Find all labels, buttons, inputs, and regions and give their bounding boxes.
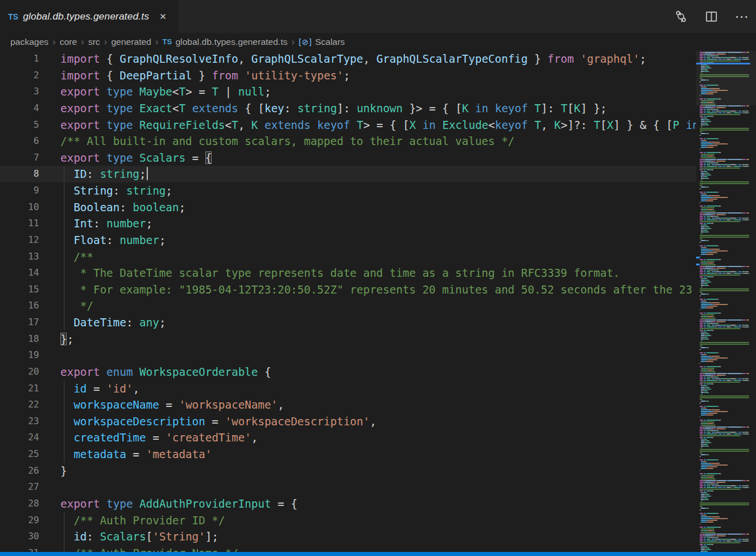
line-number: 13 (0, 249, 39, 265)
minimap-slider[interactable] (696, 51, 756, 105)
line-number: 24 (0, 429, 39, 446)
breadcrumb: packages›core›src›generated›TSglobal.db.… (0, 33, 756, 51)
line-number: 8 (0, 166, 39, 182)
code-line[interactable]: 4export type Exact<T extends { [key: str… (0, 100, 756, 117)
code-line[interactable]: 12 Float: number; (0, 232, 756, 249)
code-lines: 1import { GraphQLResolveInfo, GraphQLSca… (0, 51, 756, 552)
line-number: 25 (0, 446, 39, 463)
status-bar (0, 552, 756, 556)
code-line[interactable]: 18}; (0, 331, 756, 348)
breadcrumb-separator: › (292, 37, 295, 47)
open-changes-icon[interactable] (673, 9, 688, 24)
line-number: 5 (0, 117, 39, 134)
line-number: 21 (0, 380, 39, 397)
code-line[interactable]: 24 createdTime = 'createdTime', (0, 429, 756, 446)
line-number: 29 (0, 512, 39, 529)
breadcrumb-item-src[interactable]: src (88, 37, 100, 47)
line-number: 12 (0, 232, 39, 249)
breadcrumb-separator: › (52, 37, 55, 47)
tab-global-db-types-generated[interactable]: TS global.db.types.generated.ts ✕ (0, 0, 178, 33)
line-number: 1 (0, 51, 39, 67)
line-number: 16 (0, 298, 39, 314)
line-number: 15 (0, 281, 39, 298)
breadcrumb-separator: › (81, 37, 84, 47)
minimap[interactable] (696, 51, 756, 552)
code-line[interactable]: 16 */ (0, 298, 756, 314)
line-number: 2 (0, 67, 39, 84)
line-number: 28 (0, 496, 39, 512)
code-line[interactable]: 1import { GraphQLResolveInfo, GraphQLSca… (0, 51, 756, 67)
breadcrumb-item-scalars[interactable]: [⊘]Scalars (299, 37, 345, 47)
line-number: 17 (0, 314, 39, 331)
line-number: 30 (0, 528, 39, 545)
line-number: 10 (0, 199, 39, 216)
code-line[interactable]: 9 String: string; (0, 182, 756, 199)
code-line[interactable]: 30 id: Scalars['String']; (0, 528, 756, 545)
code-line[interactable]: 31 /** Auth Provider Name */ (0, 545, 756, 552)
line-number: 23 (0, 413, 39, 430)
minimap-selection-marker (696, 257, 700, 258)
code-line[interactable]: 17 DateTime: any; (0, 314, 756, 331)
breadcrumb-item-generated[interactable]: generated (111, 37, 151, 47)
line-number: 31 (0, 545, 39, 552)
code-line[interactable]: 15 * For example: "1985-04-12T23:20:50.5… (0, 281, 756, 298)
typescript-file-icon: TS (8, 12, 18, 21)
code-line[interactable]: 11 Int: number; (0, 215, 756, 232)
line-number: 26 (0, 463, 39, 479)
code-line[interactable]: 3export type Maybe<T> = T | null; (0, 83, 756, 100)
code-line[interactable]: 23 workspaceDescription = 'workspaceDesc… (0, 413, 756, 430)
code-line[interactable]: 25 metadata = 'metadata' (0, 446, 756, 463)
tab-close-icon[interactable]: ✕ (157, 10, 169, 23)
breadcrumb-separator: › (155, 37, 158, 47)
line-number: 4 (0, 100, 39, 117)
breadcrumb-separator: › (104, 37, 107, 47)
minimap-content (700, 52, 749, 552)
line-number: 7 (0, 150, 39, 166)
code-line[interactable]: 14 * The DateTime scalar type represents… (0, 265, 756, 281)
breadcrumb-item-core[interactable]: core (60, 37, 77, 47)
line-number: 3 (0, 83, 39, 100)
line-number: 19 (0, 347, 39, 364)
code-line[interactable]: 7export type Scalars = { (0, 150, 756, 166)
code-line[interactable]: 20export enum WorkspaceOrderable { (0, 364, 756, 380)
minimap-selection-marker (696, 264, 700, 265)
code-line[interactable]: 27 (0, 479, 756, 496)
code-line[interactable]: 21 id = 'id', (0, 380, 756, 397)
code-line[interactable]: 26} (0, 463, 756, 479)
line-number: 9 (0, 182, 39, 199)
text-cursor (147, 167, 148, 180)
code-line[interactable]: 28export type AddAuthProviderInput = { (0, 496, 756, 512)
code-line[interactable]: 8 ID: string; (0, 166, 756, 182)
code-line[interactable]: 13 /** (0, 249, 756, 265)
code-line[interactable]: 2import { DeepPartial } from 'utility-ty… (0, 67, 756, 84)
typescript-file-icon: TS (162, 37, 172, 46)
minimap-cursor-line (696, 63, 750, 64)
breadcrumb-item-packages[interactable]: packages (10, 37, 48, 47)
line-number: 11 (0, 215, 39, 232)
code-line[interactable]: 5export type RequireFields<T, K extends … (0, 117, 756, 134)
code-line[interactable]: 29 /** Auth Provider ID */ (0, 512, 756, 529)
tab-title: global.db.types.generated.ts (23, 11, 149, 22)
symbol-type-icon: [⊘] (299, 37, 312, 47)
more-actions-icon[interactable]: ⋯ (734, 9, 749, 24)
code-line[interactable]: 22 workspaceName = 'workspaceName', (0, 397, 756, 413)
line-number: 6 (0, 133, 39, 150)
line-number: 18 (0, 331, 39, 348)
code-line[interactable]: 10 Boolean: boolean; (0, 199, 756, 216)
editor-actions: ⋯ (673, 0, 749, 33)
split-editor-icon[interactable] (704, 9, 719, 24)
breadcrumb-item-global.db.types.generated.ts[interactable]: TSglobal.db.types.generated.ts (162, 37, 287, 47)
code-line[interactable]: 6/** All built-in and custom scalars, ma… (0, 133, 756, 150)
code-line[interactable]: 19 (0, 347, 756, 364)
line-number: 27 (0, 479, 39, 496)
line-number: 22 (0, 397, 39, 413)
code-editor[interactable]: 1import { GraphQLResolveInfo, GraphQLSca… (0, 51, 756, 552)
tab-bar: TS global.db.types.generated.ts ✕ ⋯ (0, 0, 756, 33)
line-number: 20 (0, 364, 39, 380)
line-number: 14 (0, 265, 39, 281)
